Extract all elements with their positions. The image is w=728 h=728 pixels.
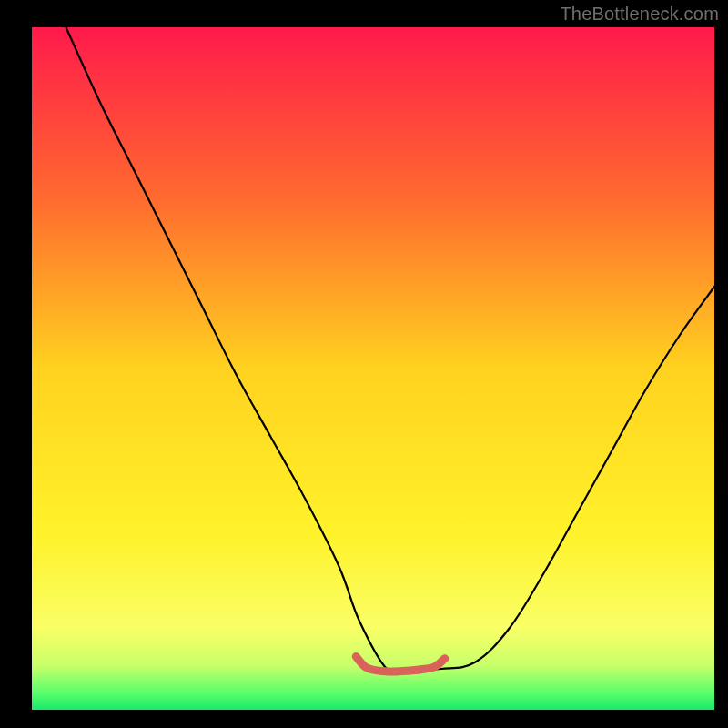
plot-background bbox=[32, 27, 714, 710]
chart-frame: TheBottleneck.com bbox=[0, 0, 728, 728]
watermark-text: TheBottleneck.com bbox=[560, 4, 719, 25]
bottleneck-chart bbox=[0, 0, 728, 728]
